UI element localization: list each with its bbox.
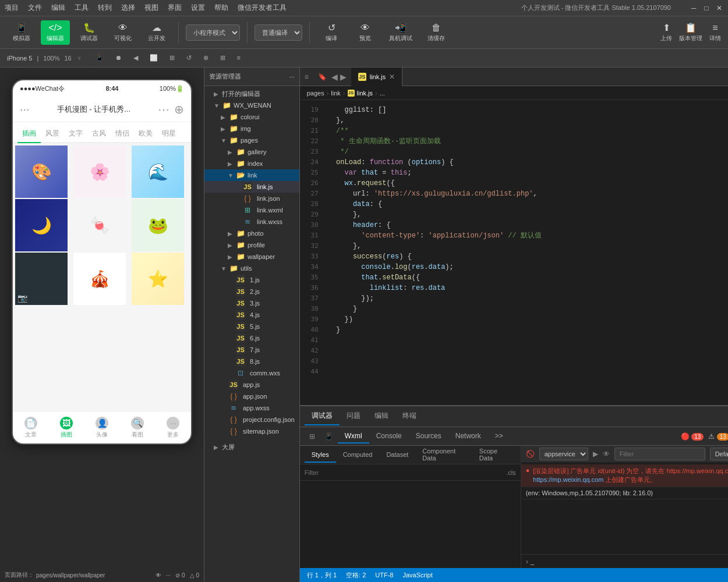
nav-more[interactable]: ··· 更多 [156, 411, 191, 443]
nav-article[interactable]: 📄 文章 [13, 411, 48, 443]
img-folder[interactable]: ▶ 📁 img [204, 123, 299, 134]
sub-refresh-btn[interactable]: ↺ [183, 53, 195, 63]
style-tab-componentdata[interactable]: Component Data [415, 444, 472, 466]
compile-btn[interactable]: ↺ 编译 [317, 20, 346, 45]
devtools-tab-debugger[interactable]: 调试器 [305, 407, 340, 425]
image-cell-9[interactable]: ⭐ [132, 253, 184, 305]
panel-more[interactable]: ··· [289, 73, 295, 80]
utils-folder[interactable]: ▼ 📁 utils [204, 262, 299, 274]
console-level-select[interactable]: Default levels [710, 448, 728, 460]
realtest-btn[interactable]: 📲 真机调试 [384, 20, 417, 45]
sub-page-btn[interactable]: ⬜ [146, 53, 161, 63]
image-cell-1[interactable]: 🎨 [15, 146, 68, 198]
link-wxml-file[interactable]: ⊞ link.wxml [204, 204, 299, 216]
menu-item-file[interactable]: 文件 [28, 3, 42, 13]
error-link[interactable]: https://mp.weixin.qq.com [533, 476, 603, 483]
menu-item-select[interactable]: 选择 [121, 3, 135, 13]
file-6js[interactable]: JS 6.js [204, 332, 299, 344]
phone-tab-scenery[interactable]: 风景 [41, 125, 64, 142]
nav-back-btn[interactable]: ◀ [331, 72, 338, 81]
clearcache-btn[interactable]: 🗑 清缓存 [422, 20, 451, 45]
project-root[interactable]: ▼ 📁 WX_WENAN [204, 100, 299, 111]
tab-close-btn[interactable]: ✕ [389, 73, 395, 81]
code-area[interactable]: gglist: [] }, /** * 生命周期函数--监听页面加载 */ on… [323, 100, 728, 405]
profile-folder[interactable]: ▶ 📁 profile [204, 239, 299, 251]
devtools-tab-terminal[interactable]: 终端 [395, 407, 423, 425]
visual-btn[interactable]: 👁 可视化 [108, 20, 137, 45]
file-8js[interactable]: JS 8.js [204, 356, 299, 367]
file-5js[interactable]: JS 5.js [204, 321, 299, 332]
image-cell-8[interactable]: 🎪 [73, 253, 126, 305]
image-cell-7[interactable]: 📷 [15, 253, 68, 305]
style-tab-computed[interactable]: Computed [336, 448, 380, 463]
mode-select[interactable]: 小程序模式 [186, 24, 240, 41]
filter-input[interactable] [305, 469, 507, 476]
compile-mode-select[interactable]: 普通编译 [255, 24, 302, 41]
link-folder[interactable]: ▼ 📂 link [204, 169, 299, 181]
link-wxss-file[interactable]: ≋ link.wxss [204, 216, 299, 228]
image-cell-4[interactable]: 🌙 [15, 199, 68, 251]
editor-btn[interactable]: </> 编辑器 [41, 20, 70, 45]
link-js-file[interactable]: JS link.js [204, 181, 299, 193]
file-7js[interactable]: JS 7.js [204, 344, 299, 356]
sub-phone-btn[interactable]: 📱 [92, 53, 107, 63]
file-4js[interactable]: JS 4.js [204, 309, 299, 321]
version-btn[interactable]: 📋 版本管理 [679, 22, 702, 42]
console-eye-btn[interactable]: 👁 [603, 450, 610, 458]
style-tab-scopedata[interactable]: Scope Data [472, 444, 516, 466]
file-appjs[interactable]: JS app.js [204, 379, 299, 391]
wallpaper-folder[interactable]: ▶ 📁 wallpaper [204, 251, 299, 262]
image-cell-5[interactable]: 🍬 [73, 199, 126, 251]
sub-record-btn[interactable]: ⏺ [112, 53, 125, 63]
devtools-tab-problems[interactable]: 问题 [340, 407, 367, 425]
phone-tab-ancient[interactable]: 古风 [87, 125, 111, 142]
image-cell-2[interactable]: 🌸 [73, 146, 126, 198]
minimize-button[interactable]: ─ [690, 4, 698, 12]
phone-tab-western[interactable]: 欧美 [134, 125, 157, 142]
detail-btn[interactable]: ≡ 详情 [709, 23, 721, 42]
sub-tab-console[interactable]: Console [369, 430, 409, 443]
dashu-section[interactable]: ▶ 大屏 [204, 442, 299, 453]
phone-tab-star[interactable]: 明星 [157, 125, 181, 142]
sub-tab-more[interactable]: >> [488, 430, 510, 443]
menu-item-help[interactable]: 帮助 [214, 3, 228, 13]
sub-tab-network[interactable]: Network [448, 430, 488, 443]
debugger-btn[interactable]: 🐛 调试器 [75, 20, 104, 45]
sub-tab-wxml[interactable]: Wxml [338, 430, 369, 443]
menu-item-settings[interactable]: 设置 [191, 3, 205, 13]
phone-tab-illustration[interactable]: 插画 [17, 125, 41, 142]
devtools-sub-appservice[interactable]: 📱 [320, 432, 338, 441]
phone-tab-couple[interactable]: 情侣 [111, 125, 134, 142]
style-tab-dataset[interactable]: Dataset [379, 448, 415, 463]
console-appservice-select[interactable]: appservice [539, 448, 588, 460]
nav-picture[interactable]: 🔍 看图 [120, 411, 156, 443]
sub-tab-btn[interactable]: ⊞ [166, 53, 178, 63]
menu-item-goto[interactable]: 转到 [98, 3, 112, 13]
menu-item-tools[interactable]: 工具 [75, 3, 89, 13]
menu-item-interface[interactable]: 界面 [168, 3, 182, 13]
file-commwxs[interactable]: ⊡ comm.wxs [204, 367, 299, 379]
file-appwxss[interactable]: ≋ app.wxss [204, 402, 299, 414]
editor-tab-linkjs[interactable]: JS link.js ✕ [351, 68, 403, 86]
open-editors-section[interactable]: ▶ 打开的编辑器 [204, 88, 299, 100]
image-cell-6[interactable]: 🐸 [132, 199, 184, 251]
file-1js[interactable]: JS 1.js [204, 274, 299, 286]
image-cell-3[interactable]: 🌊 [132, 146, 184, 198]
phone-tab-text[interactable]: 文字 [64, 125, 87, 142]
devtools-tab-edit[interactable]: 编辑 [367, 407, 395, 425]
file-3js[interactable]: JS 3.js [204, 297, 299, 309]
file-sitemap[interactable]: { } sitemap.json [204, 425, 299, 437]
gallery-folder[interactable]: ▶ 📁 gallery [204, 146, 299, 158]
sub-extra-btn[interactable]: ≡ [234, 53, 244, 63]
upload-btn[interactable]: ⬆ 上传 [660, 22, 672, 42]
file-2js[interactable]: JS 2.js [204, 286, 299, 297]
console-filter-input[interactable] [614, 448, 705, 460]
phone-nav-tabs[interactable]: 插画 风景 文字 古风 情侣 欧美 明星 [13, 122, 191, 143]
file-projectconfig[interactable]: { } project.config.json [204, 414, 299, 425]
sub-tab-sources[interactable]: Sources [409, 430, 448, 443]
sub-info-btn[interactable]: ⊕ [200, 53, 212, 63]
cls-button[interactable]: .cls [506, 469, 516, 476]
file-appjson[interactable]: { } app.json [204, 391, 299, 402]
maximize-button[interactable]: □ [702, 4, 711, 12]
sidebar-toggle[interactable]: ≡ [300, 73, 313, 81]
